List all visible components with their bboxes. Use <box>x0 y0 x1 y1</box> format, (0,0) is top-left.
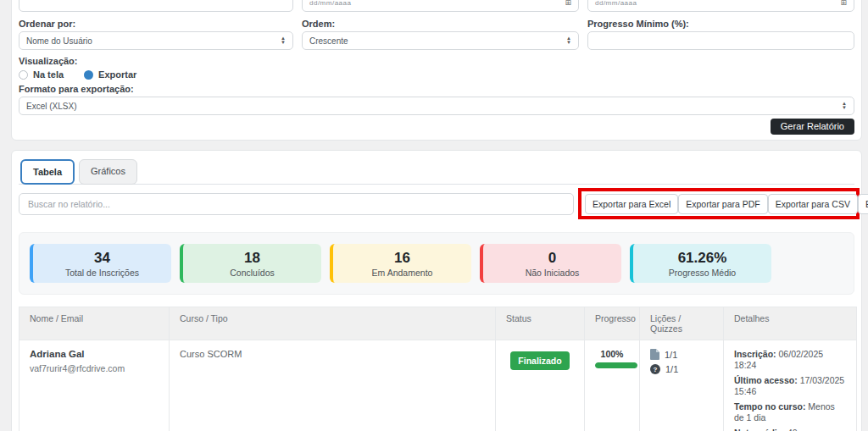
tab-bar: Tabela Gráficos <box>19 159 854 185</box>
radio-exportar-label[interactable]: Exportar <box>98 69 136 80</box>
stat-value: 16 <box>394 250 410 266</box>
ordenar-por-label: Ordenar por: <box>19 19 293 29</box>
detail-line: Último acesso: 17/03/2025 15:46 <box>734 375 846 397</box>
report-panel: Tabela Gráficos Exportar para Excel Expo… <box>11 150 862 431</box>
date-to-input[interactable]: dd/mm/aaaa ⊞ <box>587 0 854 12</box>
chevron-updown-icon: ▲▼ <box>281 36 286 45</box>
ordem-select[interactable]: Crescente ▲▼ <box>302 31 579 50</box>
progresso-minimo-input[interactable] <box>587 31 854 50</box>
course-name: Curso SCORM <box>180 349 485 359</box>
formato-select[interactable]: Excel (XLSX) ▲▼ <box>19 97 854 115</box>
user-name: Adriana Gal <box>30 349 159 359</box>
detail-line: Inscrição: 06/02/2025 18:24 <box>734 349 846 371</box>
export-excel-button[interactable]: Exportar para Excel <box>585 194 678 214</box>
visualizacao-group: Visualização: Na tela Exportar <box>19 56 854 80</box>
header-curso-tipo: Curso / Tipo <box>170 307 496 340</box>
stat-label: Progresso Médio <box>669 268 736 278</box>
date-from-input[interactable]: dd/mm/aaaa ⊞ <box>302 0 579 12</box>
table-header-row: Nome / Email Curso / Tipo Status Progres… <box>19 307 857 340</box>
lessons-count: 1/1 <box>665 350 677 360</box>
stat-em-andamento: 16 Em Andamento <box>330 244 471 283</box>
sort-filter-row: Ordenar por: Nome do Usuário ▲▼ Ordem: C… <box>19 19 854 50</box>
visualizacao-label: Visualização: <box>19 56 854 66</box>
tab-tabela[interactable]: Tabela <box>20 159 75 185</box>
gerar-relatorio-button[interactable]: Gerar Relatório <box>771 119 854 135</box>
progress-bar <box>595 362 637 368</box>
header-status: Status <box>496 307 585 340</box>
calendar-icon[interactable]: ⊞ <box>565 0 571 7</box>
ordenar-por-select[interactable]: Nome do Usuário ▲▼ <box>19 31 293 50</box>
header-nome-email: Nome / Email <box>19 307 170 340</box>
stat-label: Em Andamento <box>372 268 433 278</box>
detail-line: Nota média: 40 <box>734 428 846 431</box>
stats-panel: 34 Total de Inscrições 18 Concluídos 16 … <box>19 232 854 295</box>
export-csv-button[interactable]: Exportar para CSV <box>768 194 858 214</box>
user-email: vaf7rurir4@rfcdrive.com <box>30 363 159 373</box>
formato-group: Formato para exportação: Excel (XLSX) ▲▼ <box>19 84 854 115</box>
stat-value: 0 <box>548 250 556 266</box>
date-to-value: dd/mm/aaaa <box>595 0 637 7</box>
question-circle-icon: ? <box>650 364 660 374</box>
stat-value: 61.26% <box>678 250 727 266</box>
detail-line: Tempo no curso: Menos de 1 dia <box>734 401 846 423</box>
formato-label: Formato para exportação: <box>19 84 854 94</box>
stat-progresso-medio: 61.26% Progresso Médio <box>630 244 771 283</box>
radio-exportar[interactable] <box>84 70 93 80</box>
ordem-label: Ordem: <box>302 19 579 29</box>
stat-value: 18 <box>244 250 260 266</box>
chevron-updown-icon: ▲▼ <box>842 102 847 110</box>
export-txt-button[interactable]: Exportar para TXT <box>858 194 868 214</box>
tab-graficos[interactable]: Gráficos <box>79 159 137 185</box>
search-input[interactable] <box>19 193 574 215</box>
header-licoes-quizzes: Lições / Quizzes <box>640 307 724 340</box>
progress-percent: 100% <box>595 349 629 359</box>
report-table: Nome / Email Curso / Tipo Status Progres… <box>19 307 857 431</box>
chevron-updown-icon: ▲▼ <box>566 36 571 45</box>
date-filter-row: dd/mm/aaaa ⊞ dd/mm/aaaa ⊞ <box>19 0 854 12</box>
annotation-highlight: Exportar para Excel Exportar para PDF Ex… <box>578 188 860 219</box>
search-export-row: Exportar para Excel Exportar para PDF Ex… <box>19 188 854 219</box>
stat-concluidos: 18 Concluídos <box>180 244 321 283</box>
filter-input-clipped[interactable] <box>19 0 293 12</box>
radio-na-tela-label[interactable]: Na tela <box>33 69 64 80</box>
formato-value: Excel (XLSX) <box>26 102 76 111</box>
header-detalhes: Detalhes <box>724 307 857 340</box>
progresso-minimo-label: Progresso Mínimo (%): <box>587 19 854 29</box>
stat-label: Concluídos <box>230 268 275 278</box>
calendar-icon[interactable]: ⊞ <box>840 0 847 7</box>
quizzes-count: 1/1 <box>665 364 678 374</box>
ordem-value: Crescente <box>309 36 348 46</box>
stat-total-inscricoes: 34 Total de Inscrições <box>30 244 171 283</box>
stat-nao-iniciados: 0 Não Iniciados <box>480 244 621 283</box>
stat-label: Total de Inscrições <box>65 268 139 278</box>
stat-value: 34 <box>94 250 110 266</box>
status-badge: Finalizado <box>510 351 569 370</box>
radio-na-tela[interactable] <box>19 70 28 80</box>
export-pdf-button[interactable]: Exportar para PDF <box>678 194 768 214</box>
date-from-value: dd/mm/aaaa <box>309 0 351 7</box>
filters-panel: dd/mm/aaaa ⊞ dd/mm/aaaa ⊞ Ordenar por: N… <box>11 0 862 141</box>
ordenar-por-value: Nome do Usuário <box>26 36 92 46</box>
document-icon <box>650 349 659 360</box>
table-row: Adriana Gal vaf7rurir4@rfcdrive.com Curs… <box>19 340 857 431</box>
stat-label: Não Iniciados <box>526 268 580 278</box>
header-progresso: Progresso <box>585 307 640 340</box>
